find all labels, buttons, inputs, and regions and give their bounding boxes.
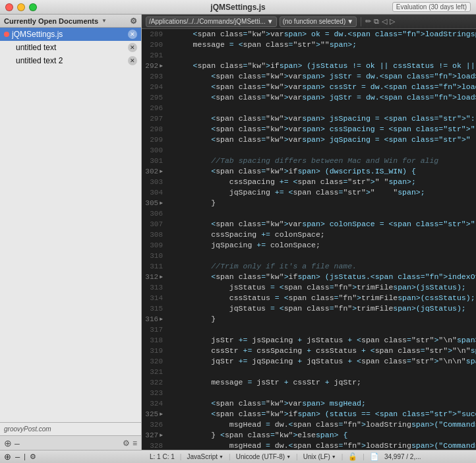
evaluation-badge: Evaluation (30 days left): [392, 2, 471, 12]
file-icon: [4, 43, 13, 52]
close-file-button[interactable]: ✕: [128, 30, 137, 39]
close-button[interactable]: [5, 3, 13, 11]
minus-icon[interactable]: –: [15, 452, 20, 462]
function-chevron-icon: ▼: [347, 18, 353, 25]
line-number: 292▶: [142, 61, 165, 71]
sidebar-footer: groovyPost.com: [0, 422, 141, 435]
code-line: [175, 145, 471, 156]
line-number: 309: [142, 240, 165, 251]
status-bar-sep: |: [24, 453, 26, 460]
status-bar-left: ⊕ – | ⚙: [4, 452, 146, 462]
line-number: 307: [142, 219, 165, 230]
lock-icon[interactable]: 🔓: [348, 452, 357, 461]
line-number: 308: [142, 230, 165, 240]
sidebar-item-label: untitled text 2: [16, 56, 128, 65]
add-icon[interactable]: ⊕: [4, 452, 11, 462]
minimize-button[interactable]: [17, 3, 25, 11]
path-chevron-icon: ▼: [267, 18, 274, 25]
sidebar-header[interactable]: Currently Open Documents ▼ ⚙: [0, 15, 141, 28]
code-line: <span class="kw">ifspan> (jsStatus != ok…: [175, 61, 471, 71]
code-line: cssSpacing += <span class="str">" "span>…: [175, 177, 471, 187]
groovy-logo: groovyPost.com: [4, 425, 51, 433]
code-line: } <span class="kw">elsespan> {: [175, 430, 471, 441]
code-line: cssStr += cssSpacing + cssStatus + <span…: [175, 346, 471, 356]
line-number: 300: [142, 145, 165, 156]
line-number: 305▶: [142, 198, 165, 208]
line-number: 321: [142, 367, 165, 377]
code-line: }: [175, 198, 471, 208]
sidebar-gear-icon[interactable]: ⚙: [130, 16, 137, 26]
language-label: JavaScript: [187, 453, 218, 460]
modified-dot: [4, 32, 9, 37]
sidebar-chevron-icon: ▼: [102, 18, 107, 24]
line-number: 324: [142, 398, 165, 409]
status-sep4: |: [342, 453, 343, 460]
function-selector-label: (no function selected): [283, 18, 346, 25]
copy-icon[interactable]: ⧉: [374, 17, 379, 26]
status-settings-icon[interactable]: ⚙: [30, 452, 36, 461]
file-icon: [4, 56, 13, 65]
code-line: message = jsStr + cssStr + jqStr;: [175, 377, 471, 388]
line-number: 294: [142, 82, 165, 92]
line-number: 317: [142, 324, 165, 335]
file-path-dropdown[interactable]: /Applications/../../Commands/jQMSetti...…: [146, 16, 277, 27]
nav-forward-icon[interactable]: ▷: [390, 17, 395, 26]
line-number: 312▶: [142, 272, 165, 282]
maximize-button[interactable]: [29, 3, 37, 11]
pencil-icon[interactable]: ✏: [365, 17, 371, 26]
sidebar-header-label: Currently Open Documents: [4, 17, 98, 25]
code-line: <span class="kw">ifspan> (jsStatus.<span…: [175, 272, 471, 282]
sidebar: Currently Open Documents ▼ ⚙ jQMSettings…: [0, 15, 142, 450]
sidebar-item-untitled1[interactable]: untitled text ✕: [0, 41, 141, 54]
code-line: [175, 103, 471, 113]
code-line: [175, 208, 471, 219]
code-content[interactable]: <span class="kw">varspan> ok = dw.<span …: [169, 29, 476, 450]
line-number: 327▶: [142, 430, 165, 441]
line-number: 322: [142, 377, 165, 388]
nav-back-icon[interactable]: ◁: [382, 17, 387, 26]
code-line: jqStatus = <span class="fn">trimFilespan…: [175, 303, 471, 314]
line-numbers: 289290291292▶293294295296297298299300301…: [142, 29, 169, 450]
code-line: jqSpacing += <span class="str">" "span>;: [175, 187, 471, 198]
line-number: 325▶: [142, 409, 165, 419]
code-line: [175, 367, 471, 377]
status-sep1: |: [180, 453, 182, 460]
code-line: }: [175, 314, 471, 324]
line-number: 326: [142, 419, 165, 430]
code-line: jsStr += jsSpacing + jsStatus + <span cl…: [175, 335, 471, 346]
close-file-button[interactable]: ✕: [128, 43, 137, 52]
position-indicator[interactable]: L: 1 C: 1: [150, 453, 175, 460]
sidebar-menu-icon[interactable]: ≡: [133, 439, 137, 448]
line-number: 296: [142, 103, 165, 113]
code-container[interactable]: 289290291292▶293294295296297298299300301…: [142, 29, 476, 450]
line-number: 315: [142, 303, 165, 314]
language-selector[interactable]: JavaScript ▼: [187, 453, 223, 460]
sidebar-item-jqmsettings[interactable]: jQMSettings.js ✕: [0, 28, 141, 41]
status-sep3: |: [296, 453, 298, 460]
line-number: 303: [142, 177, 165, 187]
code-line: cssStatus = <span class="fn">trimFilespa…: [175, 293, 471, 303]
line-number: 319: [142, 346, 165, 356]
line-ending-selector[interactable]: Unix (LF) ▼: [303, 453, 336, 460]
add-file-icon[interactable]: ⊕: [4, 438, 12, 448]
line-number: 328: [142, 441, 165, 450]
sidebar-item-label: untitled text: [16, 43, 128, 52]
line-number: 291: [142, 50, 165, 61]
line-number: 320: [142, 356, 165, 367]
open-documents-dropdown[interactable]: Currently Open Documents ▼: [4, 17, 107, 25]
code-line: cssSpacing += colonSpace;: [175, 230, 471, 240]
remove-file-icon[interactable]: –: [15, 438, 20, 448]
function-selector-dropdown[interactable]: (no function selected) ▼: [280, 16, 357, 27]
sidebar-options-icon[interactable]: ⚙: [123, 439, 130, 448]
code-line: jqStr += jqSpacing + jqStatus + <span cl…: [175, 356, 471, 367]
line-number: 323: [142, 388, 165, 398]
code-line: msgHead = dw.<span class="fn">loadString…: [175, 441, 471, 450]
code-line: <span class="kw">varspan> jsStr = dw.<sp…: [175, 71, 471, 82]
close-file-button[interactable]: ✕: [128, 56, 137, 65]
encoding-selector[interactable]: Unicode (UTF-8) ▼: [236, 453, 291, 460]
editor-toolbar: /Applications/../../Commands/jQMSetti...…: [142, 15, 476, 29]
sidebar-item-untitled2[interactable]: untitled text 2 ✕: [0, 54, 141, 67]
toolbar-sep: [361, 17, 361, 26]
sidebar-item-label: jQMSettings.js: [12, 30, 128, 39]
code-line: [175, 388, 471, 398]
